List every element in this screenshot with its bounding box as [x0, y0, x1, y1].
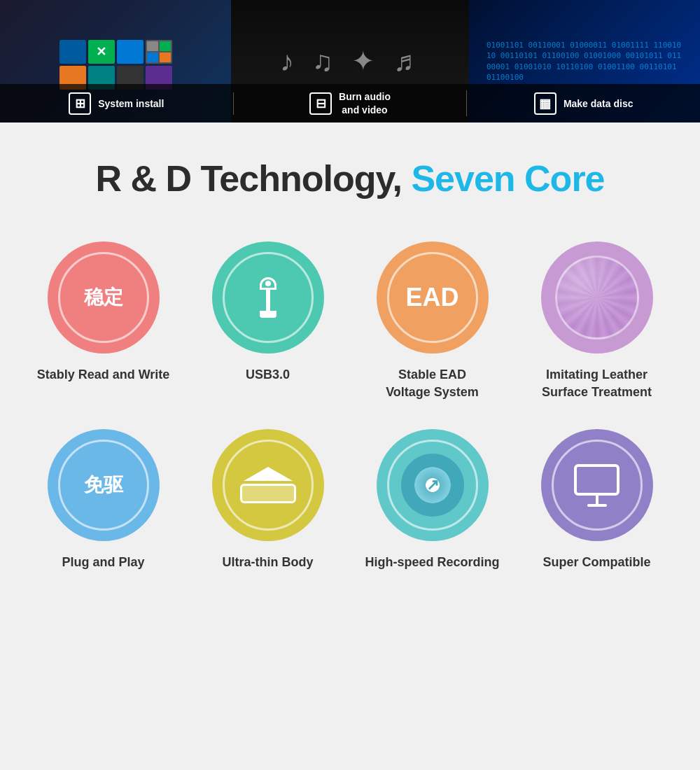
stable-ead-label: Stable EADVoltage System [386, 366, 479, 401]
tile-4 [146, 40, 172, 64]
feature-ultra-thin: Ultra-thin Body [192, 429, 343, 571]
stably-read-write-label: Stably Read and Write [37, 366, 170, 384]
action-burn-audio: ⊟ Burn audioand video [234, 90, 468, 115]
feature-usb3: USB3.0 [192, 241, 343, 401]
super-compatible-icon [552, 440, 643, 531]
tile-1 [59, 40, 86, 64]
super-compatible-label: Super Compatible [542, 554, 650, 571]
burn-audio-icon: ⊟ [309, 92, 332, 115]
high-speed-label: High-speed Recording [365, 554, 499, 571]
feature-super-compatible: Super Compatible [522, 429, 672, 571]
feature-stable-ead: EAD Stable EADVoltage System [357, 241, 507, 401]
usb3-circle [212, 241, 324, 354]
make-disc-icon: ▦ [534, 92, 556, 115]
super-compatible-circle [541, 429, 653, 541]
monitor-shape [574, 464, 620, 507]
system-install-label: System install [98, 98, 164, 109]
plug-play-circle: 免驱 [48, 429, 160, 541]
usb-body [266, 290, 270, 311]
usb3-label: USB3.0 [246, 366, 290, 384]
feature-high-speed: ↗ High-speed Recording [357, 429, 507, 571]
system-install-icon: ⊞ [69, 92, 91, 115]
stably-read-write-circle: 稳定 [48, 241, 160, 354]
stably-read-write-icon: 稳定 [58, 252, 149, 343]
action-system-install: ⊞ System install [0, 92, 234, 115]
feature-stably-read-write: 稳定 Stably Read and Write [28, 241, 178, 401]
top-banner: ✕ ♪ ♫ ✦ ♬ 01001101 00110001 010000 [0, 0, 700, 122]
ultra-thin-circle [212, 429, 324, 541]
burn-audio-label: Burn audioand video [339, 90, 391, 115]
usb-icon-shape [260, 277, 276, 318]
action-bar: ⊞ System install ⊟ Burn audioand video ▦… [0, 84, 700, 122]
ultra-thin-label: Ultra-thin Body [223, 554, 314, 571]
stable-ead-circle: EAD [377, 241, 489, 354]
high-speed-icon: ↗ [387, 440, 478, 531]
circuit-text: 01001101 00110001 01000011 01001111 1100… [486, 40, 682, 83]
monitor-base [587, 504, 607, 507]
make-disc-label: Make data disc [564, 98, 634, 109]
section-title: R & D Technology, Seven Core [28, 158, 672, 200]
feature-leather: Imitating LeatherSurface Treatment [522, 241, 672, 401]
disc-shape: ↗ [401, 454, 464, 517]
plug-play-label: Plug and Play [62, 554, 144, 571]
title-highlight: Seven Core [411, 158, 604, 199]
tile-xbox: ✕ [88, 40, 115, 64]
features-grid: 稳定 Stably Read and Write USB3.0 [28, 241, 672, 572]
feature-plug-play: 免驱 Plug and Play [28, 429, 178, 571]
main-section: R & D Technology, Seven Core 稳定 Stably R… [0, 122, 700, 770]
plug-play-icon: 免驱 [58, 440, 149, 531]
ead-text: EAD [405, 283, 458, 312]
usb3-icon [223, 252, 314, 343]
monitor-screen [574, 464, 620, 496]
ultra-thin-icon [223, 440, 314, 531]
usb-head [260, 277, 276, 290]
action-make-disc: ▦ Make data disc [467, 92, 700, 115]
tile-3 [117, 40, 144, 64]
leather-circle [541, 241, 653, 354]
usb-plug [260, 311, 276, 318]
stable-ead-icon: EAD [387, 252, 478, 343]
title-prefix: R & D Technology, [95, 158, 411, 199]
high-speed-circle: ↗ [377, 429, 489, 541]
monitor-stand [596, 496, 598, 504]
leather-texture [555, 255, 639, 340]
leather-label: Imitating LeatherSurface Treatment [542, 366, 652, 401]
